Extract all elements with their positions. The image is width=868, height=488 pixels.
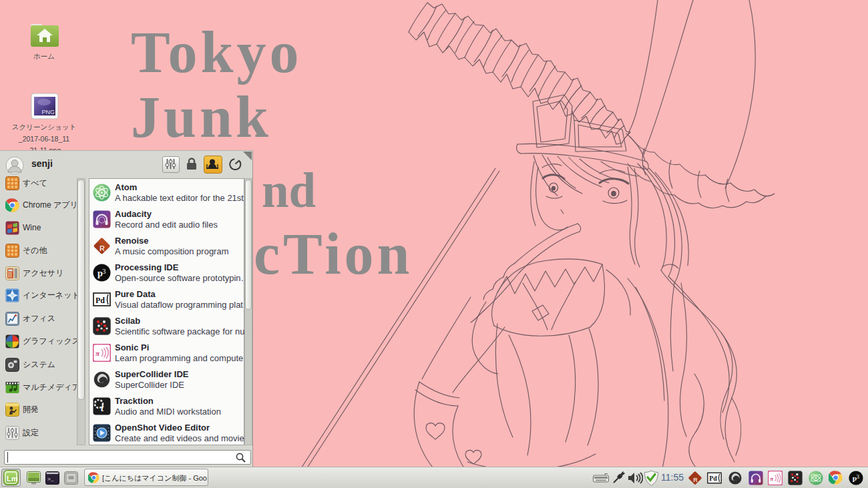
svg-text:cTion: cTion <box>254 222 413 286</box>
svg-text:R: R <box>99 244 105 252</box>
svg-text:Pd: Pd <box>709 475 717 482</box>
svg-text:nd: nd <box>262 164 316 218</box>
svg-text:Lm: Lm <box>7 475 18 483</box>
svg-text:Tokyo: Tokyo <box>131 20 302 85</box>
svg-text:>_: >_ <box>47 476 54 482</box>
svg-text:π: π <box>95 349 100 357</box>
svg-text:R: R <box>693 477 698 483</box>
svg-text:3: 3 <box>102 267 106 275</box>
svg-text:PNG: PNG <box>41 109 55 115</box>
svg-text:Junk: Junk <box>131 85 272 150</box>
svg-text:Pd: Pd <box>95 296 105 305</box>
svg-text:3: 3 <box>856 473 859 480</box>
